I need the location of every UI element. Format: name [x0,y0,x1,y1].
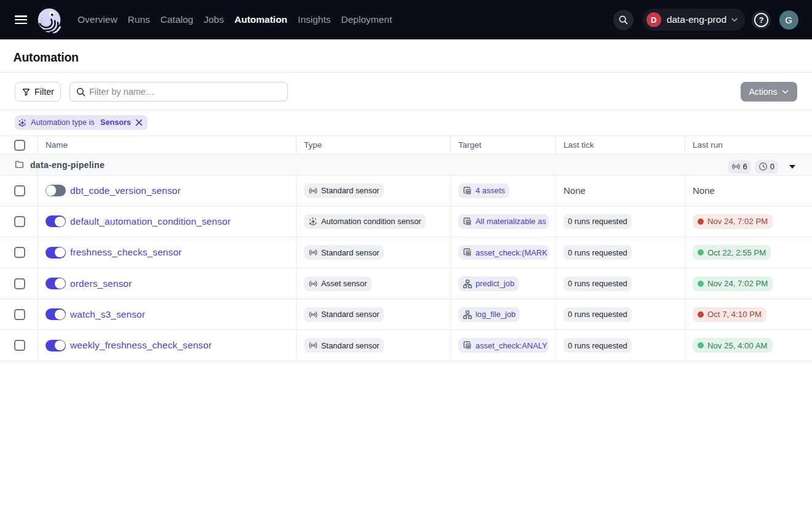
svg-text:?: ? [758,16,763,25]
